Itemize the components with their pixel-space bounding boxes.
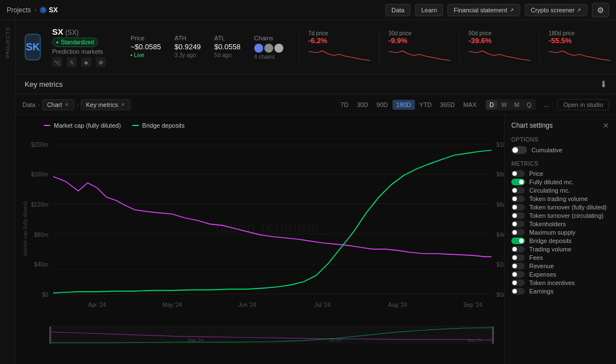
metric-row: Fees [511, 254, 609, 261]
download-icon[interactable]: ⬇ [600, 79, 607, 90]
metric-toggle[interactable] [511, 212, 525, 219]
token-info: SX (SX) Standardized Prediction markets … [52, 27, 119, 67]
mini-price-chart: 90d price -39.6% [459, 30, 539, 64]
metric-label: Revenue [529, 263, 554, 269]
svg-text:Jul '24: Jul '24 [314, 302, 330, 308]
token-socials: ⌥ 𝕏 ◈ ⊕ [52, 57, 119, 67]
svg-text:token terminal_: token terminal_ [216, 220, 329, 235]
sidebar-label-projects[interactable]: Projects [4, 25, 12, 60]
financial-statement-button[interactable]: Financial statement ↗ [447, 4, 520, 16]
granularity-button-d[interactable]: D [486, 100, 497, 109]
github-icon[interactable]: ⌥ [52, 57, 62, 67]
metric-label: Bridge deposits [529, 237, 572, 244]
crumb-data[interactable]: Data [22, 101, 35, 108]
metric-toggle[interactable] [511, 221, 525, 227]
ath-label: ATH [175, 35, 201, 41]
twitter-icon[interactable]: 𝕏 [67, 57, 77, 67]
metric-toggle[interactable] [511, 170, 525, 177]
price-label: Price [130, 35, 161, 41]
crypto-screener-button[interactable]: Crypto screener ↗ [525, 4, 587, 16]
metric-toggle[interactable] [511, 263, 525, 269]
granularity-button-m[interactable]: M [511, 100, 522, 109]
metric-toggle[interactable] [511, 254, 525, 261]
settings-title: Chart settings [511, 122, 553, 129]
svg-rect-27 [49, 326, 494, 344]
main-chart-svg: $200m $160m $120m $80m $40m $0 $10m $8m … [16, 131, 504, 326]
metric-row: Token turnover (fully diluted) [511, 204, 609, 211]
svg-text:Market cap (fully diluted): Market cap (fully diluted) [22, 201, 28, 255]
sparkline-svg [469, 47, 530, 64]
mini-price-chart: 7d price -6.2% [299, 30, 379, 64]
token-stats: Price ~$0.0585 • Live ATH $0.9249 3.3y a… [130, 35, 283, 60]
settings-close-button[interactable]: ✕ [603, 121, 609, 130]
chart-settings-panel: Chart settings ✕ Options Cumulative Metr… [504, 115, 616, 364]
granularity-button-q[interactable]: Q [523, 100, 535, 109]
metric-toggle[interactable] [511, 229, 525, 236]
section-title: Key metrics [25, 80, 63, 88]
cumulative-label: Cumulative [531, 147, 562, 153]
period-button-max[interactable]: MAX [459, 100, 480, 110]
metric-toggle[interactable] [511, 271, 525, 278]
key-metrics-dropdown[interactable]: Key metrics ▼ [81, 99, 130, 110]
sparkline-svg [549, 47, 610, 64]
metric-label: Token trading volume [529, 195, 588, 202]
metric-row: Token trading volume [511, 195, 609, 202]
chains-label: Chains [254, 35, 283, 41]
atl-stat: ATL $0.0558 5d ago [214, 35, 241, 58]
discord-icon[interactable]: ◈ [81, 57, 91, 67]
token-logo: SK [25, 34, 41, 60]
token-badge[interactable]: Standardized [52, 38, 98, 47]
period-button-365d[interactable]: 365D [436, 100, 459, 110]
metric-row: Maximum supply [511, 229, 609, 236]
ath-age: 3.3y ago [175, 52, 201, 58]
token-name: SX [52, 27, 63, 36]
granularity-button-w[interactable]: W [498, 100, 510, 109]
svg-text:Sep '24: Sep '24 [463, 302, 482, 308]
metric-row: Earnings [511, 288, 609, 295]
token-header: SK SX (SX) Standardized Prediction marke… [16, 20, 616, 74]
metric-label: Price [529, 170, 543, 177]
legend-label: Market cap (fully diluted) [54, 122, 121, 129]
metric-toggle[interactable] [511, 246, 525, 253]
metric-toggle[interactable] [511, 195, 525, 202]
metric-row: Token incentives [511, 279, 609, 286]
svg-text:$40m: $40m [34, 262, 48, 268]
period-button-ytd[interactable]: YTD [416, 100, 436, 110]
period-button-7d[interactable]: 7D [337, 100, 352, 110]
period-button-30d[interactable]: 30D [353, 100, 372, 110]
metric-toggle[interactable] [511, 204, 525, 211]
metric-toggle[interactable] [511, 288, 525, 295]
website-icon[interactable]: ⊕ [96, 57, 106, 67]
mini-timeline[interactable]: May '24 Jul '24 Sep '24 [49, 326, 494, 344]
svg-text:Jun '24: Jun '24 [239, 302, 256, 308]
svg-text:$80m: $80m [34, 232, 48, 238]
cumulative-toggle[interactable] [511, 146, 527, 154]
projects-link[interactable]: Projects [7, 6, 31, 14]
legend-color [44, 125, 50, 126]
current-project[interactable]: SX [49, 6, 58, 14]
legend-item: Bridge deposits [132, 122, 185, 129]
svg-rect-28 [49, 326, 51, 344]
granularity-buttons: DWMQ [485, 99, 536, 110]
data-button[interactable]: Data [385, 4, 410, 16]
learn-button[interactable]: Learn [415, 4, 443, 16]
more-options-button[interactable]: ... [540, 99, 553, 110]
svg-text:$0: $0 [42, 292, 49, 298]
svg-text:$4m: $4m [497, 232, 504, 238]
chart-dropdown[interactable]: Chart ▼ [42, 99, 74, 110]
cumulative-toggle-row: Cumulative [511, 146, 609, 154]
period-button-90d[interactable]: 90D [372, 100, 391, 110]
period-button-180d[interactable]: 180D [393, 100, 415, 110]
chains-stat: Chains 4 chains [254, 35, 283, 60]
metric-toggle[interactable] [511, 279, 525, 286]
filter-button[interactable]: ⚙ [592, 3, 609, 17]
chart-area: Market cap (fully diluted) Bridge deposi… [16, 115, 616, 364]
metric-toggle[interactable] [511, 237, 525, 244]
metric-label: Fully diluted mc. [529, 179, 573, 185]
metric-toggle[interactable] [511, 179, 525, 185]
metric-row: Price [511, 170, 609, 177]
price-value: ~$0.0585 [130, 43, 161, 51]
svg-text:$8m: $8m [497, 171, 504, 178]
metric-toggle[interactable] [511, 187, 525, 194]
open-in-studio-button[interactable]: Open in studio [557, 99, 609, 110]
